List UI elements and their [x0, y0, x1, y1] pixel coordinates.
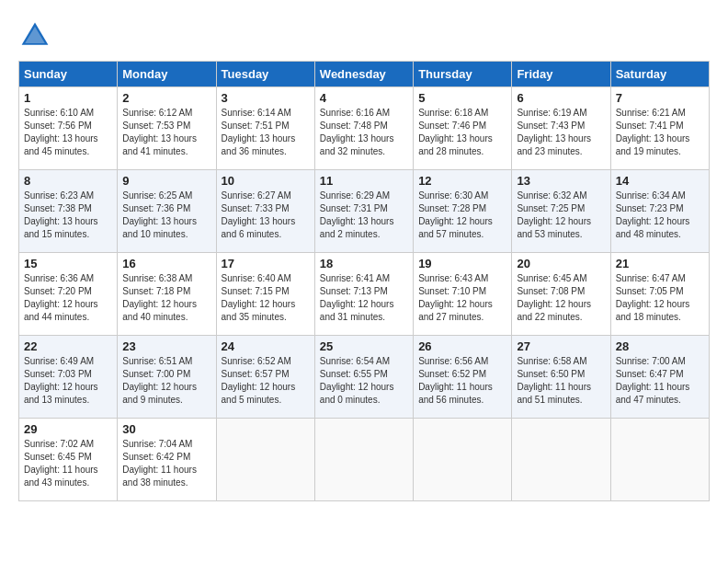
- day-info: Sunrise: 6:12 AMSunset: 7:53 PMDaylight:…: [122, 107, 210, 158]
- calendar-cell: 4Sunrise: 6:16 AMSunset: 7:48 PMDaylight…: [314, 87, 413, 170]
- day-number: 9: [122, 174, 210, 188]
- day-info: Sunrise: 6:38 AMSunset: 7:18 PMDaylight:…: [122, 272, 210, 324]
- day-number: 4: [320, 91, 408, 105]
- calendar-cell: 25Sunrise: 6:54 AMSunset: 6:55 PMDayligh…: [314, 336, 413, 419]
- calendar-cell: 27Sunrise: 6:58 AMSunset: 6:50 PMDayligh…: [512, 336, 610, 419]
- logo: [18, 18, 55, 52]
- day-info: Sunrise: 6:23 AMSunset: 7:38 PMDaylight:…: [24, 190, 112, 241]
- day-info: Sunrise: 6:27 AMSunset: 7:33 PMDaylight:…: [222, 190, 310, 241]
- calendar-cell: 3Sunrise: 6:14 AMSunset: 7:51 PMDaylight…: [216, 87, 314, 170]
- day-info: Sunrise: 7:04 AMSunset: 6:42 PMDaylight:…: [122, 438, 210, 489]
- calendar-cell: 1Sunrise: 6:10 AMSunset: 7:56 PMDaylight…: [19, 87, 118, 170]
- calendar-cell: 30Sunrise: 7:04 AMSunset: 6:42 PMDayligh…: [118, 419, 216, 501]
- day-number: 23: [122, 339, 210, 353]
- day-info: Sunrise: 6:36 AMSunset: 7:20 PMDaylight:…: [24, 272, 112, 324]
- column-header-wednesday: Wednesday: [314, 62, 413, 87]
- calendar-header-row: SundayMondayTuesdayWednesdayThursdayFrid…: [19, 62, 710, 87]
- calendar-cell: 17Sunrise: 6:40 AMSunset: 7:15 PMDayligh…: [216, 253, 314, 336]
- day-info: Sunrise: 6:49 AMSunset: 7:03 PMDaylight:…: [24, 355, 112, 407]
- calendar-cell: 18Sunrise: 6:41 AMSunset: 7:13 PMDayligh…: [314, 253, 413, 336]
- calendar-cell: 15Sunrise: 6:36 AMSunset: 7:20 PMDayligh…: [19, 253, 118, 336]
- logo-icon: [18, 18, 51, 52]
- day-number: 24: [222, 339, 310, 353]
- calendar-cell: 8Sunrise: 6:23 AMSunset: 7:38 PMDaylight…: [19, 170, 118, 253]
- calendar-cell: 9Sunrise: 6:25 AMSunset: 7:36 PMDaylight…: [118, 170, 216, 253]
- day-info: Sunrise: 6:52 AMSunset: 6:57 PMDaylight:…: [222, 355, 310, 407]
- day-number: 18: [320, 257, 408, 270]
- day-info: Sunrise: 6:16 AMSunset: 7:48 PMDaylight:…: [320, 107, 408, 158]
- day-number: 6: [517, 91, 605, 105]
- day-number: 5: [418, 91, 506, 105]
- day-info: Sunrise: 6:56 AMSunset: 6:52 PMDaylight:…: [418, 355, 506, 407]
- calendar-cell: 21Sunrise: 6:47 AMSunset: 7:05 PMDayligh…: [610, 253, 709, 336]
- day-number: 7: [616, 91, 704, 105]
- day-number: 11: [320, 174, 408, 188]
- calendar-row: 29Sunrise: 7:02 AMSunset: 6:45 PMDayligh…: [19, 419, 710, 501]
- calendar-row: 1Sunrise: 6:10 AMSunset: 7:56 PMDaylight…: [19, 87, 710, 170]
- day-info: Sunrise: 6:45 AMSunset: 7:08 PMDaylight:…: [517, 272, 605, 324]
- day-info: Sunrise: 6:40 AMSunset: 7:15 PMDaylight:…: [222, 272, 310, 324]
- day-info: Sunrise: 6:54 AMSunset: 6:55 PMDaylight:…: [320, 355, 408, 407]
- day-number: 17: [222, 257, 310, 270]
- calendar-cell: [314, 419, 413, 501]
- calendar-cell: 22Sunrise: 6:49 AMSunset: 7:03 PMDayligh…: [19, 336, 118, 419]
- calendar-cell: 12Sunrise: 6:30 AMSunset: 7:28 PMDayligh…: [414, 170, 512, 253]
- day-info: Sunrise: 6:32 AMSunset: 7:25 PMDaylight:…: [517, 190, 605, 241]
- day-info: Sunrise: 6:30 AMSunset: 7:28 PMDaylight:…: [418, 190, 506, 241]
- calendar-cell: 5Sunrise: 6:18 AMSunset: 7:46 PMDaylight…: [414, 87, 512, 170]
- calendar-row: 15Sunrise: 6:36 AMSunset: 7:20 PMDayligh…: [19, 253, 710, 336]
- day-info: Sunrise: 6:47 AMSunset: 7:05 PMDaylight:…: [616, 272, 704, 324]
- day-number: 10: [222, 174, 310, 188]
- calendar-cell: [610, 419, 709, 501]
- calendar-cell: 20Sunrise: 6:45 AMSunset: 7:08 PMDayligh…: [512, 253, 610, 336]
- column-header-sunday: Sunday: [19, 62, 118, 87]
- day-info: Sunrise: 6:19 AMSunset: 7:43 PMDaylight:…: [517, 107, 605, 158]
- calendar-cell: 29Sunrise: 7:02 AMSunset: 6:45 PMDayligh…: [19, 419, 118, 501]
- column-header-monday: Monday: [118, 62, 216, 87]
- page-header: [18, 18, 710, 52]
- day-number: 13: [517, 174, 605, 188]
- calendar-cell: 13Sunrise: 6:32 AMSunset: 7:25 PMDayligh…: [512, 170, 610, 253]
- calendar-cell: 10Sunrise: 6:27 AMSunset: 7:33 PMDayligh…: [216, 170, 314, 253]
- day-number: 26: [418, 339, 506, 353]
- calendar-cell: 2Sunrise: 6:12 AMSunset: 7:53 PMDaylight…: [118, 87, 216, 170]
- day-info: Sunrise: 6:34 AMSunset: 7:23 PMDaylight:…: [616, 190, 704, 241]
- calendar-row: 22Sunrise: 6:49 AMSunset: 7:03 PMDayligh…: [19, 336, 710, 419]
- day-number: 30: [122, 422, 210, 436]
- day-number: 1: [24, 91, 112, 105]
- day-number: 15: [24, 257, 112, 270]
- calendar-cell: 6Sunrise: 6:19 AMSunset: 7:43 PMDaylight…: [512, 87, 610, 170]
- day-number: 25: [320, 339, 408, 353]
- day-info: Sunrise: 6:14 AMSunset: 7:51 PMDaylight:…: [222, 107, 310, 158]
- day-number: 22: [24, 339, 112, 353]
- day-number: 20: [517, 257, 605, 270]
- day-number: 2: [122, 91, 210, 105]
- day-info: Sunrise: 6:58 AMSunset: 6:50 PMDaylight:…: [517, 355, 605, 407]
- day-number: 8: [24, 174, 112, 188]
- day-number: 19: [418, 257, 506, 270]
- day-number: 27: [517, 339, 605, 353]
- day-info: Sunrise: 6:43 AMSunset: 7:10 PMDaylight:…: [418, 272, 506, 324]
- day-info: Sunrise: 6:41 AMSunset: 7:13 PMDaylight:…: [320, 272, 408, 324]
- day-info: Sunrise: 6:21 AMSunset: 7:41 PMDaylight:…: [616, 107, 704, 158]
- column-header-friday: Friday: [512, 62, 610, 87]
- calendar-cell: 28Sunrise: 7:00 AMSunset: 6:47 PMDayligh…: [610, 336, 709, 419]
- column-header-tuesday: Tuesday: [216, 62, 314, 87]
- calendar-cell: 26Sunrise: 6:56 AMSunset: 6:52 PMDayligh…: [414, 336, 512, 419]
- day-number: 12: [418, 174, 506, 188]
- calendar-cell: 7Sunrise: 6:21 AMSunset: 7:41 PMDaylight…: [610, 87, 709, 170]
- day-info: Sunrise: 6:29 AMSunset: 7:31 PMDaylight:…: [320, 190, 408, 241]
- day-info: Sunrise: 6:25 AMSunset: 7:36 PMDaylight:…: [122, 190, 210, 241]
- day-info: Sunrise: 6:18 AMSunset: 7:46 PMDaylight:…: [418, 107, 506, 158]
- day-number: 14: [616, 174, 704, 188]
- calendar-cell: [216, 419, 314, 501]
- calendar-cell: 19Sunrise: 6:43 AMSunset: 7:10 PMDayligh…: [414, 253, 512, 336]
- day-info: Sunrise: 6:10 AMSunset: 7:56 PMDaylight:…: [24, 107, 112, 158]
- day-info: Sunrise: 7:02 AMSunset: 6:45 PMDaylight:…: [24, 438, 112, 489]
- calendar-cell: 14Sunrise: 6:34 AMSunset: 7:23 PMDayligh…: [610, 170, 709, 253]
- column-header-thursday: Thursday: [414, 62, 512, 87]
- day-number: 16: [122, 257, 210, 270]
- calendar-cell: 23Sunrise: 6:51 AMSunset: 7:00 PMDayligh…: [118, 336, 216, 419]
- day-number: 28: [616, 339, 704, 353]
- calendar-cell: [512, 419, 610, 501]
